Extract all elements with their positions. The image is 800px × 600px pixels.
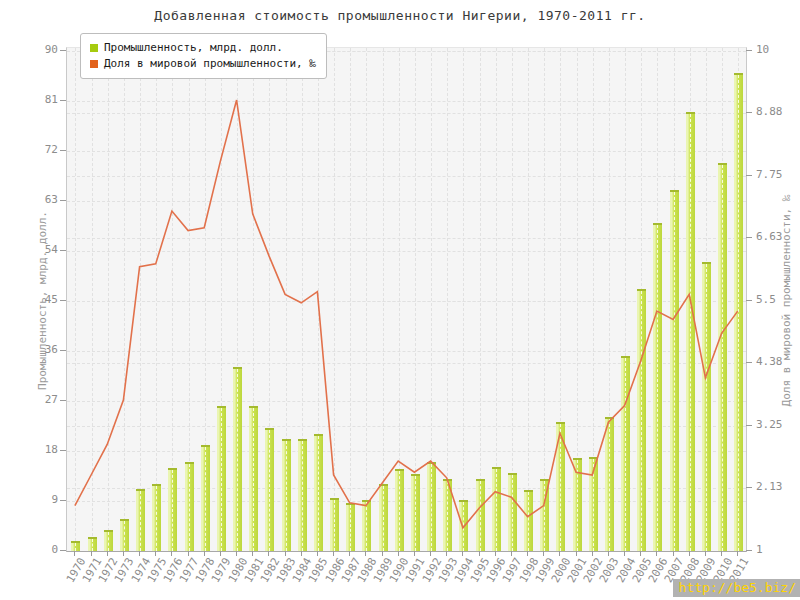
x-axis-tick xyxy=(640,551,641,556)
right-axis-tick-label: 4.38 xyxy=(756,356,783,368)
x-axis-tick xyxy=(398,551,399,556)
left-axis-tick-label: 36 xyxy=(24,344,58,356)
right-axis-tick xyxy=(746,425,752,426)
x-axis-tick xyxy=(139,551,140,556)
right-axis-tick-label: 6.63 xyxy=(756,231,783,243)
right-axis-tick xyxy=(746,362,752,363)
legend-item-share-label: Доля в мировой промышленности, ‰ xyxy=(104,56,316,72)
x-axis-tick xyxy=(527,551,528,556)
x-axis-tick xyxy=(171,551,172,556)
x-axis-tick xyxy=(479,551,480,556)
chart-title: Добавленная стоимость промышленности Ниг… xyxy=(0,8,800,23)
x-axis-tick xyxy=(689,551,690,556)
x-axis-tick xyxy=(737,551,738,556)
x-axis-tick xyxy=(285,551,286,556)
x-axis-tick xyxy=(301,551,302,556)
watermark-link[interactable]: http://be5.biz/ xyxy=(673,579,800,597)
right-axis-tick-label: 8.88 xyxy=(756,106,783,118)
left-axis-tick-label: 63 xyxy=(24,194,58,206)
x-axis-tick xyxy=(188,551,189,556)
x-axis-tick xyxy=(656,551,657,556)
right-axis-tick xyxy=(746,237,752,238)
x-axis-tick xyxy=(236,551,237,556)
left-axis-tick-label: 54 xyxy=(24,244,58,256)
legend-item-industry: Промышленность, млрд. долл. xyxy=(90,40,316,56)
legend-item-share: Доля в мировой промышленности, ‰ xyxy=(90,56,316,72)
right-axis-tick xyxy=(746,50,752,51)
legend-item-industry-label: Промышленность, млрд. долл. xyxy=(104,40,283,56)
left-axis-tick-label: 45 xyxy=(24,294,58,306)
right-axis-tick-label: 1 xyxy=(756,544,763,556)
x-axis-tick xyxy=(559,551,560,556)
chart-container: Добавленная стоимость промышленности Ниг… xyxy=(0,0,800,600)
x-axis-tick xyxy=(365,551,366,556)
x-axis-tick xyxy=(592,551,593,556)
right-axis-tick xyxy=(746,487,752,488)
right-axis-tick-label: 2.13 xyxy=(756,481,783,493)
x-axis-tick xyxy=(624,551,625,556)
left-axis-tick-label: 27 xyxy=(24,394,58,406)
left-axis-tick-label: 81 xyxy=(24,94,58,106)
x-axis-tick xyxy=(430,551,431,556)
x-axis-tick xyxy=(446,551,447,556)
x-axis-tick xyxy=(349,551,350,556)
left-axis-tick-label: 18 xyxy=(24,444,58,456)
x-axis-tick xyxy=(204,551,205,556)
left-axis-tick-label: 0 xyxy=(24,544,58,556)
x-axis-tick xyxy=(495,551,496,556)
left-axis-tick-label: 9 xyxy=(24,494,58,506)
right-axis-tick xyxy=(746,112,752,113)
right-axis-tick-label: 7.75 xyxy=(756,169,783,181)
x-axis-tick xyxy=(252,551,253,556)
right-axis-title: Доля в мировой промышленности, ‰ xyxy=(780,191,793,411)
left-axis-tick-label: 90 xyxy=(24,44,58,56)
right-axis-tick xyxy=(746,175,752,176)
legend-bar-swatch-icon xyxy=(90,44,98,52)
legend-line-swatch-icon xyxy=(90,60,98,68)
x-axis-tick xyxy=(543,551,544,556)
x-axis-tick xyxy=(673,551,674,556)
x-axis-tick xyxy=(268,551,269,556)
left-axis-tick-label: 72 xyxy=(24,144,58,156)
x-axis-tick xyxy=(333,551,334,556)
x-axis-tick xyxy=(107,551,108,556)
right-axis-tick xyxy=(746,300,752,301)
x-axis-tick xyxy=(721,551,722,556)
right-axis-tick-label: 5.5 xyxy=(756,294,776,306)
right-axis-tick xyxy=(746,550,752,551)
x-axis-tick xyxy=(91,551,92,556)
x-axis-tick xyxy=(155,551,156,556)
right-axis-tick-label: 3.25 xyxy=(756,419,783,431)
x-axis-tick xyxy=(576,551,577,556)
x-axis-tick xyxy=(74,551,75,556)
legend: Промышленность, млрд. долл. Доля в миров… xyxy=(80,33,327,79)
right-axis-tick-label: 10 xyxy=(756,44,769,56)
x-axis-tick xyxy=(462,551,463,556)
share-line-layer xyxy=(66,47,745,550)
x-axis-tick xyxy=(382,551,383,556)
share-line xyxy=(75,100,738,528)
